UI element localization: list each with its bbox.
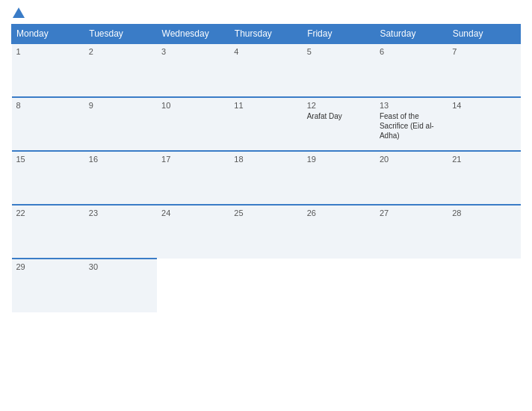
day-cell: 30 bbox=[84, 259, 157, 312]
day-number: 25 bbox=[234, 208, 297, 217]
week-row-2: 89101112Arafat Day13Feast of the Sacrifi… bbox=[12, 97, 521, 151]
day-cell: 9 bbox=[84, 97, 157, 151]
day-cell bbox=[157, 259, 229, 312]
day-number: 16 bbox=[89, 155, 152, 164]
day-number: 5 bbox=[307, 47, 371, 56]
day-cell: 28 bbox=[448, 205, 520, 259]
day-cell: 22 bbox=[12, 205, 84, 259]
weekday-header-sunday: Sunday bbox=[448, 25, 520, 44]
day-number: 12 bbox=[307, 101, 371, 110]
day-number: 17 bbox=[161, 155, 225, 164]
day-cell: 21 bbox=[448, 151, 520, 205]
logo-triangle-icon bbox=[13, 7, 25, 18]
calendar-header bbox=[11, 7, 521, 18]
day-number: 3 bbox=[161, 47, 225, 56]
day-cell: 1 bbox=[12, 43, 84, 97]
day-cell: 5 bbox=[303, 43, 375, 97]
day-number: 7 bbox=[452, 47, 516, 56]
day-number: 9 bbox=[89, 101, 152, 110]
day-cell: 11 bbox=[229, 97, 302, 151]
day-number: 19 bbox=[307, 155, 371, 164]
day-cell: 29 bbox=[12, 259, 84, 312]
day-cell: 14 bbox=[448, 97, 520, 151]
day-cell: 12Arafat Day bbox=[303, 97, 375, 151]
day-cell: 23 bbox=[84, 205, 157, 259]
day-number: 28 bbox=[452, 208, 516, 217]
day-cell: 19 bbox=[303, 151, 375, 205]
day-number: 10 bbox=[161, 101, 225, 110]
day-cell: 3 bbox=[157, 43, 229, 97]
day-number: 20 bbox=[380, 155, 443, 164]
logo bbox=[11, 7, 26, 18]
day-number: 6 bbox=[380, 47, 443, 56]
day-cell: 15 bbox=[12, 151, 84, 205]
day-event: Feast of the Sacrifice (Eid al-Adha) bbox=[380, 111, 443, 140]
day-cell: 8 bbox=[12, 97, 84, 151]
week-row-4: 22232425262728 bbox=[12, 205, 521, 259]
day-number: 4 bbox=[234, 47, 297, 56]
week-row-3: 15161718192021 bbox=[12, 151, 521, 205]
day-cell: 16 bbox=[84, 151, 157, 205]
day-number: 1 bbox=[16, 47, 80, 56]
day-cell bbox=[303, 259, 375, 312]
calendar-page: MondayTuesdayWednesdayThursdayFridaySatu… bbox=[0, 0, 532, 411]
weekday-header-monday: Monday bbox=[12, 25, 84, 44]
day-cell: 25 bbox=[229, 205, 302, 259]
weekday-header-wednesday: Wednesday bbox=[157, 25, 229, 44]
day-number: 13 bbox=[380, 101, 443, 110]
weekday-header-tuesday: Tuesday bbox=[84, 25, 157, 44]
week-row-1: 1234567 bbox=[12, 43, 521, 97]
day-cell: 26 bbox=[303, 205, 375, 259]
day-number: 24 bbox=[161, 208, 225, 217]
day-number: 8 bbox=[16, 101, 80, 110]
week-row-5: 2930 bbox=[12, 259, 521, 312]
day-cell: 13Feast of the Sacrifice (Eid al-Adha) bbox=[375, 97, 448, 151]
calendar-table: MondayTuesdayWednesdayThursdayFridaySatu… bbox=[11, 24, 521, 312]
day-cell bbox=[229, 259, 302, 312]
day-number: 21 bbox=[452, 155, 516, 164]
weekday-header-thursday: Thursday bbox=[229, 25, 302, 44]
day-number: 14 bbox=[452, 101, 516, 110]
day-number: 26 bbox=[307, 208, 371, 217]
day-cell: 17 bbox=[157, 151, 229, 205]
day-cell: 18 bbox=[229, 151, 302, 205]
day-number: 29 bbox=[16, 262, 80, 271]
day-cell bbox=[375, 259, 448, 312]
day-number: 2 bbox=[89, 47, 152, 56]
day-cell: 27 bbox=[375, 205, 448, 259]
day-cell: 7 bbox=[448, 43, 520, 97]
day-number: 27 bbox=[380, 208, 443, 217]
day-number: 23 bbox=[89, 208, 152, 217]
day-cell: 6 bbox=[375, 43, 448, 97]
day-cell: 10 bbox=[157, 97, 229, 151]
weekday-header-saturday: Saturday bbox=[375, 25, 448, 44]
day-event: Arafat Day bbox=[307, 111, 371, 121]
day-number: 11 bbox=[234, 101, 297, 110]
weekday-header-row: MondayTuesdayWednesdayThursdayFridaySatu… bbox=[12, 25, 521, 44]
day-number: 30 bbox=[89, 262, 152, 271]
day-cell: 20 bbox=[375, 151, 448, 205]
day-number: 15 bbox=[16, 155, 80, 164]
day-cell: 4 bbox=[229, 43, 302, 97]
day-cell bbox=[448, 259, 520, 312]
day-cell: 2 bbox=[84, 43, 157, 97]
weekday-header-friday: Friday bbox=[303, 25, 375, 44]
day-number: 22 bbox=[16, 208, 80, 217]
day-number: 18 bbox=[234, 155, 297, 164]
day-cell: 24 bbox=[157, 205, 229, 259]
